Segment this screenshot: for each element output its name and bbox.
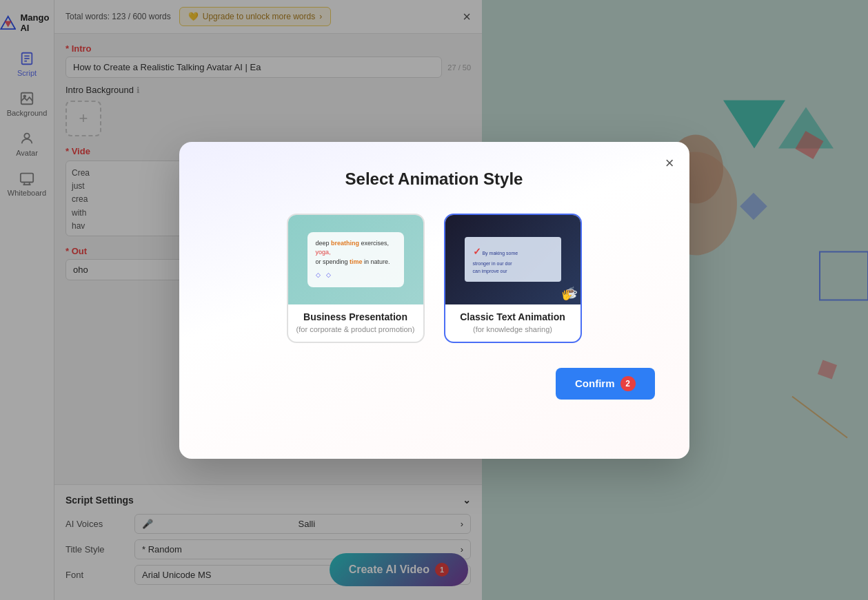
classic-card-preview: ✓ By making somestronger in our dorcan i… [445,215,581,304]
slide-diamond-icon-2: ◇ [326,271,331,280]
confirm-button[interactable]: Confirm 2 [556,368,655,400]
slide-diamond-icon: ◇ [316,271,321,280]
hand-icon: 🖐 [561,289,572,300]
animation-style-modal: × Select Animation Style deep breathing … [179,142,689,459]
modal-close-button[interactable]: × [665,154,674,172]
confirm-badge: 2 [620,376,636,391]
business-slide: deep breathing exercises, yoga, or spend… [307,232,404,287]
classic-card-subtitle: (for knowledge sharing) [445,325,581,342]
modal-footer: Confirm 2 [214,368,655,400]
checkmark-icon: ✓ [473,246,481,257]
animation-cards: deep breathing exercises, yoga, or spend… [214,214,655,343]
business-presentation-card[interactable]: deep breathing exercises, yoga, or spend… [287,214,425,343]
business-card-preview: deep breathing exercises, yoga, or spend… [288,215,423,304]
classic-animation-card[interactable]: ✓ By making somestronger in our dorcan i… [444,214,582,343]
business-card-title: Business Presentation [288,304,423,325]
classic-card-title: Classic Text Animation [445,304,581,325]
business-card-subtitle: (for corporate & product promotion) [288,325,423,342]
classic-slide: ✓ By making somestronger in our dorcan i… [465,237,561,282]
confirm-label: Confirm [575,377,615,389]
modal-title: Select Animation Style [214,169,655,189]
